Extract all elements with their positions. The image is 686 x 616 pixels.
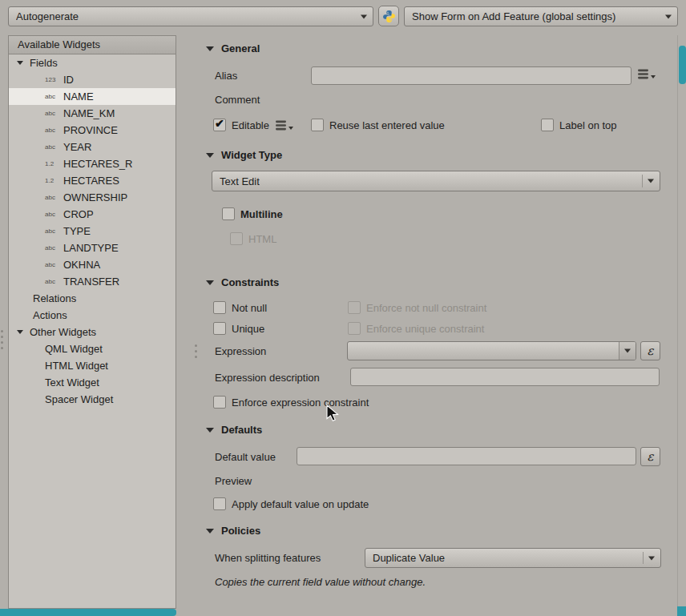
- vertical-scrollbar[interactable]: [677, 35, 686, 616]
- multiline-checkbox[interactable]: [222, 207, 235, 220]
- enforce-unique-option: Enforce unique constraint: [348, 321, 484, 336]
- field-integer-icon: 123: [45, 71, 63, 88]
- divider: [642, 175, 643, 187]
- tree-item-id[interactable]: 123ID: [9, 71, 176, 88]
- tree-item-qml-widget[interactable]: QML Widget: [9, 340, 176, 357]
- apply-default-on-update-label: Apply default value on update: [232, 498, 369, 510]
- python-icon: [382, 10, 396, 23]
- tree-item-actions[interactable]: Actions: [9, 307, 176, 324]
- tree-item-year[interactable]: abcYEAR: [9, 139, 176, 155]
- unique-checkbox[interactable]: [213, 322, 226, 335]
- not-null-label: Not null: [232, 302, 267, 314]
- tree-item-transfer[interactable]: abcTRANSFER: [9, 273, 176, 290]
- field-text-icon: abc: [45, 240, 63, 256]
- enforce-not-null-label: Enforce not null constraint: [366, 302, 486, 314]
- enforce-expression-checkbox[interactable]: [213, 396, 226, 409]
- tree-item-text-widget[interactable]: Text Widget: [9, 374, 176, 391]
- attribute-editor-layout-select[interactable]: Autogenerate: [8, 6, 373, 26]
- available-widgets-header: Available Widgets: [9, 36, 176, 54]
- section-title: Defaults: [221, 424, 262, 436]
- tree-item-hectares-r[interactable]: 1.2HECTARES_R: [9, 155, 176, 172]
- tree-group-fields[interactable]: Fields: [9, 54, 176, 71]
- tree-group-other-widgets[interactable]: Other Widgets: [9, 324, 176, 340]
- multiline-label: Multiline: [240, 208, 283, 220]
- section-constraints[interactable]: Constraints: [206, 276, 279, 288]
- section-defaults[interactable]: Defaults: [206, 424, 262, 436]
- widget-type-select[interactable]: Text Edit: [212, 171, 660, 191]
- section-title: Constraints: [221, 276, 279, 288]
- collapse-icon: [206, 280, 214, 285]
- horizontal-scrollbar-handle[interactable]: [0, 609, 176, 616]
- expression-description-input[interactable]: [350, 368, 660, 386]
- reuse-last-value-label: Reuse last entered value: [329, 119, 445, 131]
- data-defined-override-icon: [637, 68, 649, 80]
- available-widgets-panel: Available Widgets Fields 123ID abcNAME a…: [8, 35, 176, 609]
- tree-item-name-km[interactable]: abcNAME_KM: [9, 105, 176, 122]
- split-policy-select[interactable]: Duplicate Value: [365, 548, 661, 568]
- alias-data-defined-override-button[interactable]: [637, 68, 656, 80]
- enforce-not-null-option: Enforce not null constraint: [348, 300, 486, 315]
- widget-type-value: Text Edit: [220, 175, 260, 187]
- multiline-option: Multiline: [222, 207, 283, 221]
- tree-item-html-widget[interactable]: HTML Widget: [9, 357, 176, 374]
- collapse-icon: [206, 428, 214, 433]
- tree-item-type[interactable]: abcTYPE: [9, 223, 176, 240]
- divider: [643, 552, 644, 564]
- tree-item-okhna[interactable]: abcOKHNA: [9, 256, 176, 273]
- section-policies[interactable]: Policies: [206, 525, 260, 537]
- not-null-option: Not null: [213, 300, 267, 315]
- section-widget-type[interactable]: Widget Type: [206, 149, 282, 161]
- tree-item-name[interactable]: abcNAME: [9, 88, 176, 105]
- default-value-input[interactable]: [297, 447, 636, 465]
- expression-builder-button[interactable]: ε: [640, 341, 660, 360]
- html-option: HTML: [230, 232, 276, 246]
- field-text-icon: abc: [45, 139, 63, 155]
- tree-item-landtype[interactable]: abcLANDTYPE: [9, 240, 176, 256]
- tree-expand-icon[interactable]: [17, 330, 23, 334]
- vertical-scrollbar-handle[interactable]: [679, 46, 686, 84]
- apply-default-on-update-checkbox[interactable]: [213, 497, 226, 510]
- tree-item-hectares[interactable]: 1.2HECTARES: [9, 172, 176, 189]
- data-defined-override-icon: [275, 119, 287, 131]
- split-policy-value: Duplicate Value: [373, 552, 445, 564]
- chevron-down-icon: [665, 14, 672, 18]
- python-init-function-button[interactable]: [378, 6, 399, 26]
- default-expression-builder-button[interactable]: ε: [640, 447, 660, 466]
- tree-expand-icon[interactable]: [17, 61, 23, 65]
- expression-dropdown-button[interactable]: [619, 342, 636, 360]
- field-text-icon: abc: [45, 256, 63, 273]
- unique-label: Unique: [232, 323, 264, 335]
- tree-item-ownership[interactable]: abcOWNERSHIP: [9, 189, 176, 206]
- editable-option: ✔ Editable: [213, 118, 293, 132]
- chevron-down-icon: [648, 179, 654, 183]
- chevron-down-icon: [361, 14, 367, 18]
- tree-item-spacer-widget[interactable]: Spacer Widget: [9, 391, 176, 408]
- collapse-icon: [206, 529, 214, 533]
- reuse-last-value-option: Reuse last entered value: [311, 118, 445, 132]
- epsilon-icon: ε: [648, 451, 654, 463]
- form-open-mode-select[interactable]: Show Form on Add Feature (global setting…: [404, 6, 678, 26]
- tree-item-crop[interactable]: abcCROP: [9, 206, 176, 223]
- expression-select[interactable]: [347, 341, 636, 360]
- tree-item-province[interactable]: abcPROVINCE: [9, 122, 176, 139]
- sidebar-splitter-handle[interactable]: [195, 344, 197, 358]
- panel-splitter-handle[interactable]: [1, 330, 3, 349]
- editable-checkbox[interactable]: ✔: [213, 119, 226, 131]
- chevron-down-icon: [648, 556, 655, 560]
- enforce-expression-option: Enforce expression constraint: [213, 395, 369, 409]
- layout-select-value: Autogenerate: [16, 10, 79, 22]
- section-title: Widget Type: [221, 149, 282, 161]
- section-general[interactable]: General: [206, 42, 260, 54]
- reuse-last-value-checkbox[interactable]: [311, 119, 324, 131]
- section-title: General: [221, 42, 260, 54]
- not-null-checkbox[interactable]: [213, 301, 226, 314]
- tree-item-relations[interactable]: Relations: [9, 290, 176, 307]
- enforce-unique-checkbox: [348, 322, 361, 335]
- chevron-down-icon: [289, 127, 293, 130]
- html-label: HTML: [248, 233, 276, 245]
- editable-label: Editable: [232, 119, 269, 131]
- chevron-down-icon: [651, 75, 656, 79]
- label-on-top-checkbox[interactable]: [541, 119, 554, 131]
- alias-input[interactable]: [311, 66, 632, 85]
- editable-data-defined-override-button[interactable]: [275, 119, 293, 131]
